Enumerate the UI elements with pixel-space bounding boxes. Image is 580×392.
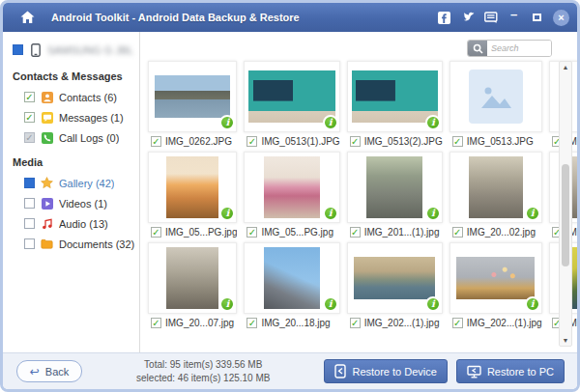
sidebar: SAMSUNG G JBL 1278 Contacts & Messages✓C… xyxy=(3,32,140,352)
scrollbar[interactable]: ▲ ▼ xyxy=(559,61,572,347)
checkbox[interactable]: ✓ xyxy=(24,132,35,143)
feedback-button[interactable] xyxy=(483,11,498,25)
device-checkbox[interactable] xyxy=(13,44,23,55)
call-logs-icon xyxy=(41,131,53,144)
checkbox[interactable]: ✓ xyxy=(24,92,35,102)
thumbnail-card[interactable]: i xyxy=(347,242,443,314)
item-checkbox[interactable]: ✓ xyxy=(452,318,463,328)
gallery-item: i✓IMG_05...PG.jpg xyxy=(244,152,339,239)
item-checkbox[interactable]: ✓ xyxy=(350,136,361,147)
info-icon[interactable]: i xyxy=(219,206,235,221)
videos-icon xyxy=(41,197,53,210)
info-icon[interactable]: i xyxy=(425,296,441,312)
sidebar-item-documents[interactable]: Documents (32) xyxy=(3,234,139,254)
sidebar-item-label: Videos (1) xyxy=(59,198,107,210)
titlebar: Android Toolkit - Android Data Backup & … xyxy=(3,3,577,32)
info-icon[interactable]: i xyxy=(323,296,338,312)
gallery-item: i✓IMG_0513(2).JPG xyxy=(347,61,443,149)
close-icon: × xyxy=(558,12,564,23)
home-icon xyxy=(20,11,35,24)
info-icon[interactable]: i xyxy=(219,296,235,312)
gallery-item: i✓IMG_05...PG.jpg xyxy=(148,152,237,239)
restore-to-pc-button[interactable]: Restore to PC xyxy=(456,359,565,383)
search-input[interactable] xyxy=(487,41,551,56)
twitter-button[interactable] xyxy=(460,11,475,25)
checkbox[interactable] xyxy=(24,238,35,249)
item-checkbox[interactable]: ✓ xyxy=(246,136,257,147)
device-row[interactable]: SAMSUNG G JBL 1278 xyxy=(3,40,139,62)
item-checkbox[interactable]: ✓ xyxy=(151,136,161,147)
file-name: IMG_0262.JPG xyxy=(165,136,232,147)
info-icon[interactable]: i xyxy=(425,206,441,221)
thumbnail-card[interactable]: i xyxy=(148,61,237,132)
thumbnail-card[interactable]: i xyxy=(347,152,443,223)
file-name: IMG_05...PG.jpg xyxy=(165,227,237,238)
file-name: IMG_0513(1).JPG xyxy=(261,136,339,147)
info-icon[interactable]: i xyxy=(323,206,338,221)
restore-to-device-button[interactable]: Restore to Device xyxy=(324,359,447,383)
thumbnail-temple-pavilion-by-sea xyxy=(155,75,230,119)
window-title: Android Toolkit - Android Data Backup & … xyxy=(51,12,437,23)
info-icon[interactable]: i xyxy=(525,206,540,221)
file-name: IMG_20...02.jpg xyxy=(467,227,536,238)
sidebar-item-videos[interactable]: Videos (1) xyxy=(3,193,139,213)
sidebar-item-label: Messages (1) xyxy=(59,112,124,124)
sidebar-item-label: Gallery (42) xyxy=(59,178,114,189)
info-icon[interactable]: i xyxy=(219,115,235,130)
item-checkbox[interactable]: ✓ xyxy=(350,318,361,328)
scroll-down-arrow[interactable]: ▼ xyxy=(560,335,571,346)
thumbnail-stone-alley-greenery xyxy=(366,156,422,219)
sidebar-item-messages[interactable]: ✓Messages (1) xyxy=(3,107,139,127)
thumbnail-dessert-bowl xyxy=(166,156,218,219)
item-checkbox[interactable]: ✓ xyxy=(246,227,257,238)
checkbox[interactable] xyxy=(24,178,35,188)
sidebar-item-contacts[interactable]: ✓Contacts (6) xyxy=(3,87,139,107)
sidebar-item-call-logs[interactable]: ✓Call Logs (0) xyxy=(3,127,139,148)
search-button[interactable] xyxy=(468,41,487,56)
checkbox[interactable] xyxy=(24,218,35,229)
back-button-label: Back xyxy=(45,366,69,378)
thumbnail-card[interactable]: i xyxy=(347,61,443,132)
thumbnail-eiffel-tower xyxy=(264,247,320,310)
summary-total: Total: 95 item(s) 339.56 MB xyxy=(82,358,324,372)
info-icon[interactable]: i xyxy=(323,115,338,130)
sidebar-item-audio[interactable]: Audio (13) xyxy=(3,213,139,234)
scroll-up-arrow[interactable]: ▲ xyxy=(560,62,571,72)
thumbnail-card[interactable]: i xyxy=(450,152,542,223)
thumbnail-card[interactable]: i xyxy=(148,152,237,223)
item-checkbox[interactable]: ✓ xyxy=(151,227,161,238)
gallery-item: i✓IMG_0262.JPG xyxy=(148,61,237,149)
info-icon[interactable]: i xyxy=(525,296,540,312)
back-arrow-icon: ↩ xyxy=(30,367,40,377)
thumbnail-card[interactable]: i xyxy=(244,242,339,314)
search-box xyxy=(467,40,552,57)
back-button[interactable]: ↩ Back xyxy=(16,360,82,382)
thumbnail-card[interactable]: i xyxy=(244,152,339,223)
gallery-item: i✓IMG_20...02.jpg xyxy=(450,152,542,239)
facebook-button[interactable] xyxy=(437,11,451,25)
minimize-button[interactable]: – xyxy=(507,11,521,25)
thumbnail-card[interactable]: i xyxy=(244,61,339,132)
gallery-item: i✓IMG_202...(1).jpg xyxy=(450,242,542,330)
home-button[interactable] xyxy=(16,7,38,28)
checkbox[interactable]: ✓ xyxy=(24,112,35,123)
sidebar-item-gallery[interactable]: Gallery (42) xyxy=(3,173,139,193)
item-checkbox[interactable]: ✓ xyxy=(452,227,463,238)
info-icon[interactable]: i xyxy=(425,115,441,130)
thumbnail-app-screenshot-teal xyxy=(352,70,438,122)
checkbox[interactable] xyxy=(24,198,35,209)
gallery-grid: i✓IMG_0262.JPGi✓IMG_0513(1).JPGi✓IMG_051… xyxy=(140,59,577,330)
file-name: IMG_201...(1).jpg xyxy=(364,227,440,238)
thumbnail-alley-steps xyxy=(469,156,523,219)
item-checkbox[interactable]: ✓ xyxy=(452,136,463,147)
restore-to-device-label: Restore to Device xyxy=(352,366,436,378)
maximize-button[interactable] xyxy=(530,11,544,25)
item-checkbox[interactable]: ✓ xyxy=(350,227,361,238)
item-checkbox[interactable]: ✓ xyxy=(246,318,257,328)
thumbnail-card[interactable]: i xyxy=(148,242,237,314)
close-button[interactable]: × xyxy=(553,10,569,26)
thumbnail-card[interactable]: i xyxy=(450,242,542,314)
scrollbar-thumb[interactable] xyxy=(562,164,569,266)
thumbnail-card[interactable] xyxy=(450,61,542,132)
item-checkbox[interactable]: ✓ xyxy=(151,318,161,328)
